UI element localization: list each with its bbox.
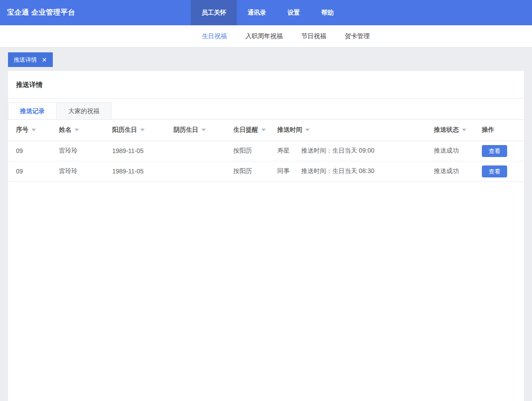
content-area: 推送详情 ✕ 推送详情 推送记录 大家的祝福 序号 姓名 阳历生日 阴历生日 生… [0, 47, 532, 401]
column-header-label: 推送时间 [277, 126, 302, 133]
topnav-item-help[interactable]: 帮助 [311, 0, 344, 25]
push-time-text: 推送时间：生日当天 08:30 [301, 167, 374, 174]
column-header-label: 推送状态 [434, 126, 459, 133]
cell-actions: 查看 [482, 141, 524, 161]
column-header-solar-birthday: 阳历生日 [112, 120, 173, 141]
column-header-lunar-birthday: 阴历生日 [173, 120, 233, 141]
push-detail-panel: 推送详情 推送记录 大家的祝福 序号 姓名 阳历生日 阴历生日 生日提醒 推送时… [8, 71, 524, 401]
sort-down-icon[interactable] [140, 129, 145, 131]
route-tag-label: 推送详情 [14, 56, 37, 64]
cell-index: 09 [8, 161, 59, 181]
top-nav: 员工关怀 通讯录 设置 帮助 [191, 0, 344, 25]
cell-push-time: 寿星 推送时间：生日当天 09:00 [277, 141, 434, 161]
sort-down-icon[interactable] [201, 129, 206, 131]
cell-index: 09 [8, 141, 59, 161]
column-header-label: 阳历生日 [112, 126, 137, 133]
panel-tabs: 推送记录 大家的祝福 [8, 102, 524, 120]
cell-push-status: 推送成功 [434, 141, 482, 161]
push-time-text: 推送时间：生日当天 09:00 [301, 147, 374, 154]
cell-reminder: 按阳历 [233, 161, 277, 181]
app-title: 宝企通 企业管理平台 [0, 8, 75, 17]
column-header-push-status: 推送状态 [434, 120, 482, 141]
tab-everyones-wishes[interactable]: 大家的祝福 [57, 102, 111, 119]
column-header-label: 阴历生日 [173, 126, 198, 133]
sub-nav: 生日祝福 入职周年祝福 节日祝福 贺卡管理 [0, 25, 532, 47]
table-row: 09 雷玲玲 1989-11-05 按阳历 同事 推送时间：生日当天 08:30… [8, 161, 524, 181]
sort-down-icon[interactable] [32, 129, 36, 131]
cell-name: 雷玲玲 [59, 161, 112, 181]
column-header-label: 生日提醒 [233, 126, 258, 133]
close-icon[interactable]: ✕ [42, 57, 47, 63]
column-header-label: 序号 [16, 126, 28, 133]
table-header-row: 序号 姓名 阳历生日 阴历生日 生日提醒 推送时间 推送状态 操作 [8, 120, 524, 141]
panel-title: 推送详情 [8, 71, 524, 98]
subnav-item-anniversary-wishes[interactable]: 入职周年祝福 [245, 32, 283, 40]
column-header-actions: 操作 [482, 120, 524, 141]
recipient-label: 同事 [277, 167, 290, 174]
column-header-name: 姓名 [59, 120, 112, 141]
sort-down-icon[interactable] [261, 129, 266, 131]
table-row: 09 雷玲玲 1989-11-05 按阳历 寿星 推送时间：生日当天 09:00… [8, 141, 524, 161]
subnav-item-holiday-wishes[interactable]: 节日祝福 [301, 32, 326, 40]
push-records-table: 序号 姓名 阳历生日 阴历生日 生日提醒 推送时间 推送状态 操作 09 雷玲玲… [8, 120, 524, 182]
recipient-label: 寿星 [277, 147, 290, 154]
column-header-index: 序号 [8, 120, 59, 141]
cell-actions: 查看 [482, 161, 524, 181]
top-header: 宝企通 企业管理平台 员工关怀 通讯录 设置 帮助 [0, 0, 532, 25]
view-button[interactable]: 查看 [482, 145, 507, 157]
cell-push-status: 推送成功 [434, 161, 482, 181]
cell-lunar-birthday [173, 161, 233, 181]
sort-down-icon[interactable] [305, 129, 310, 131]
view-button[interactable]: 查看 [482, 165, 507, 177]
topnav-item-settings[interactable]: 设置 [277, 0, 311, 25]
cell-reminder: 按阳历 [233, 141, 277, 161]
sort-down-icon[interactable] [462, 129, 466, 131]
route-tag-push-detail[interactable]: 推送详情 ✕ [8, 52, 53, 67]
cell-solar-birthday: 1989-11-05 [112, 161, 173, 181]
cell-lunar-birthday [173, 141, 233, 161]
topnav-item-employee-care[interactable]: 员工关怀 [191, 0, 237, 25]
column-header-label: 操作 [482, 126, 494, 133]
subnav-item-card-management[interactable]: 贺卡管理 [345, 32, 370, 40]
sort-down-icon[interactable] [75, 129, 79, 131]
cell-name: 雷玲玲 [59, 141, 112, 161]
column-header-reminder: 生日提醒 [233, 120, 277, 141]
topnav-item-contacts[interactable]: 通讯录 [237, 0, 277, 25]
cell-push-time: 同事 推送时间：生日当天 08:30 [277, 161, 434, 181]
column-header-push-time: 推送时间 [277, 120, 434, 141]
cell-solar-birthday: 1989-11-05 [112, 141, 173, 161]
subnav-item-birthday-wishes[interactable]: 生日祝福 [202, 32, 227, 40]
column-header-label: 姓名 [59, 126, 71, 133]
tab-push-records[interactable]: 推送记录 [8, 102, 57, 119]
